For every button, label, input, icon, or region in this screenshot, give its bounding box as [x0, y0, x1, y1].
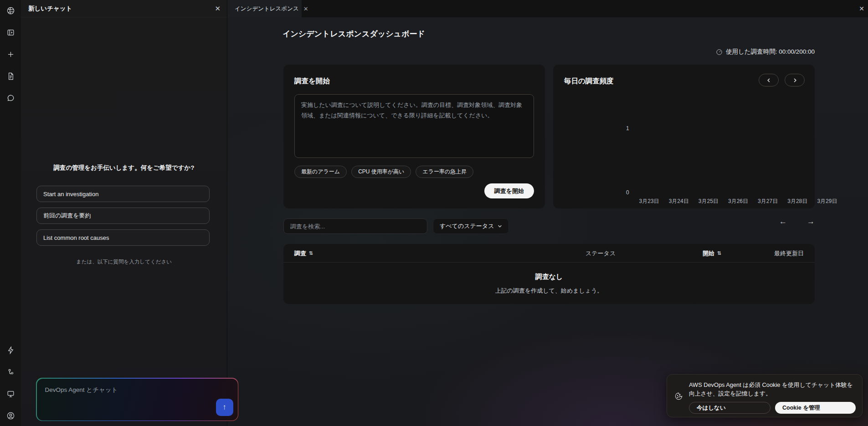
app-window: 新しいチャット ✕ 調査の管理をお手伝いします。何をご希望ですか? Start … — [0, 0, 868, 426]
cookie-content: AWS DevOps Agent は必須 Cookie を使用してチャット体験を… — [689, 381, 856, 411]
plus-icon[interactable] — [5, 48, 16, 60]
x-tick: 3月28日 — [783, 198, 812, 205]
empty-state-subtitle: 上記の調査を作成して、始めましょう。 — [283, 287, 815, 295]
x-tick: 3月29日 — [812, 198, 842, 205]
tab-close-icon[interactable]: ✕ — [303, 6, 308, 12]
page-title: インシデントレスポンスダッシュボード — [282, 29, 425, 39]
column-updated: 最終更新日 — [774, 244, 804, 263]
panel-toggle-icon[interactable] — [5, 26, 16, 38]
x-tick: 3月27日 — [753, 198, 783, 205]
chat-input[interactable] — [37, 379, 238, 421]
chart-prev-button[interactable] — [759, 74, 779, 86]
search-input[interactable] — [283, 218, 427, 234]
start-investigation-card: 調査を開始 最新のアラーム CPU 使用率が高い エラー率の急上昇 調査を開始 — [283, 65, 545, 208]
gauge-icon — [716, 49, 723, 56]
x-axis-labels: 3月23日 3月24日 3月25日 3月26日 3月27日 3月28日 3月29… — [634, 198, 842, 205]
chevron-left-icon — [766, 78, 771, 83]
column-start-label: 開始 — [703, 249, 714, 258]
status-filter-dropdown[interactable]: すべてのステータス — [433, 218, 509, 234]
investigation-description-input[interactable] — [294, 94, 534, 158]
column-start[interactable]: 開始 ⇅ — [703, 244, 721, 263]
chat-body: 調査の管理をお手伝いします。何をご希望ですか? Start an investi… — [21, 17, 227, 426]
chip-high-cpu[interactable]: CPU 使用率が高い — [351, 166, 411, 178]
sort-icon[interactable]: ⇅ — [309, 250, 313, 256]
tab-incident-response[interactable]: インシデントレスポンス ✕ — [227, 0, 302, 17]
workflow-icon[interactable] — [5, 366, 16, 378]
start-investigation-button[interactable]: 調査を開始 — [484, 183, 534, 198]
chip-latest-alarms[interactable]: 最新のアラーム — [294, 166, 347, 178]
chevron-down-icon — [498, 224, 502, 228]
cookie-icon — [673, 381, 684, 411]
x-tick: 3月23日 — [634, 198, 664, 205]
empty-state-title: 調査なし — [283, 273, 815, 281]
cookie-message: AWS DevOps Agent は必須 Cookie を使用してチャット体験を… — [689, 381, 856, 398]
chat-or-hint: または、以下に質問を入力してください — [21, 259, 227, 265]
y-tick-0: 0 — [626, 189, 629, 196]
suggestion-summarize-last[interactable]: 前回の調査を要約 — [36, 208, 210, 224]
chat-greeting: 調査の管理をお手伝いします。何をご希望ですか? — [21, 164, 227, 172]
account-icon[interactable] — [5, 410, 16, 421]
document-icon[interactable] — [5, 70, 16, 82]
x-tick: 3月25日 — [693, 198, 723, 205]
logo-icon[interactable] — [5, 5, 16, 16]
page-next-arrow-icon[interactable]: → — [807, 218, 815, 225]
page-prev-arrow-icon[interactable]: ← — [779, 218, 787, 225]
investigations-table: 調査 ⇅ ステータス 開始 ⇅ 最終更新日 調査なし 上記の調査を作成して、始め… — [283, 244, 815, 304]
cookie-manage-button[interactable]: Cookie を管理 — [775, 402, 856, 414]
suggestion-start-investigation[interactable]: Start an investigation — [36, 186, 210, 202]
tab-bar: インシデントレスポンス ✕ ✕ — [227, 0, 868, 17]
chat-header: 新しいチャット ✕ — [21, 0, 227, 17]
chat-panel: 新しいチャット ✕ 調査の管理をお手伝いします。何をご希望ですか? Start … — [21, 0, 227, 426]
chart-nav — [759, 74, 805, 86]
status-filter-label: すべてのステータス — [440, 222, 494, 230]
suggestion-chips: 最新のアラーム CPU 使用率が高い エラー率の急上昇 — [294, 166, 534, 178]
column-status: ステータス — [586, 244, 616, 263]
column-investigation[interactable]: 調査 ⇅ — [294, 244, 313, 263]
chat-title: 新しいチャット — [28, 5, 72, 13]
dashboard-main: インシデントレスポンスダッシュボード 使用した調査時間: 00:00/200:0… — [227, 17, 868, 426]
column-updated-label: 最終更新日 — [774, 249, 804, 258]
table-header: 調査 ⇅ ステータス 開始 ⇅ 最終更新日 — [283, 244, 815, 263]
y-tick-1: 1 — [626, 125, 629, 132]
start-card-title: 調査を開始 — [294, 76, 534, 86]
lightning-icon[interactable] — [5, 344, 16, 356]
investigation-time-used: 使用した調査時間: 00:00/200:00 — [716, 48, 815, 56]
chat-input-container: ↑ — [36, 378, 238, 421]
arrow-up-icon: ↑ — [222, 403, 226, 412]
daily-frequency-card: 毎日の調査頻度 1 0 3月23日 3月24日 3月25日 3月26日 3月27… — [553, 65, 815, 208]
table-pager: ← → — [779, 218, 815, 225]
chat-bubble-icon[interactable] — [5, 92, 16, 104]
chevron-right-icon — [792, 78, 797, 83]
suggestion-root-causes[interactable]: List common root causes — [36, 229, 210, 246]
chip-error-spike[interactable]: エラー率の急上昇 — [416, 166, 473, 178]
cookie-dismiss-button[interactable]: 今はしない — [689, 402, 770, 414]
chart-next-button[interactable] — [785, 74, 805, 86]
cookie-banner: AWS DevOps Agent は必須 Cookie を使用してチャット体験を… — [667, 374, 863, 417]
send-button[interactable]: ↑ — [216, 399, 233, 416]
column-status-label: ステータス — [586, 249, 616, 258]
column-investigation-label: 調査 — [294, 249, 306, 258]
x-tick: 3月24日 — [664, 198, 693, 205]
tab-label: インシデントレスポンス — [235, 5, 299, 13]
x-tick: 3月26日 — [723, 198, 753, 205]
window-close-icon[interactable]: ✕ — [859, 5, 868, 12]
cookie-buttons: 今はしない Cookie を管理 — [689, 402, 856, 414]
icon-rail — [0, 0, 21, 426]
monitor-icon[interactable] — [5, 388, 16, 400]
sort-icon[interactable]: ⇅ — [717, 250, 721, 256]
time-used-label: 使用した調査時間: 00:00/200:00 — [726, 48, 815, 56]
close-icon[interactable]: ✕ — [215, 5, 221, 12]
